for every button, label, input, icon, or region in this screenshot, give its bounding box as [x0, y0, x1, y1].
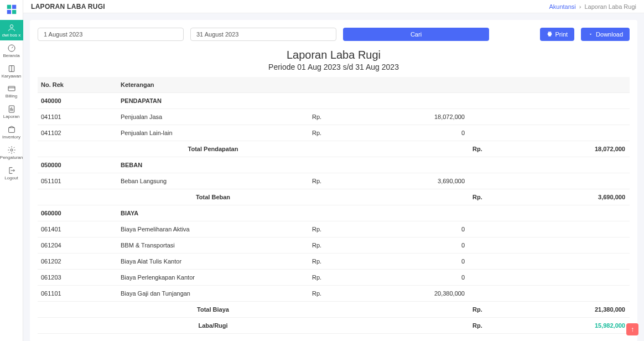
- download-button[interactable]: Download: [581, 28, 630, 41]
- download-label: Download: [596, 31, 623, 38]
- sidebar-item-user[interactable]: dwi bos x: [0, 20, 23, 40]
- table-total-row: Total BiayaRp.21,380,000: [38, 302, 630, 318]
- header-keterangan: Keterangan: [117, 77, 309, 93]
- scroll-top-button[interactable]: ↑: [626, 323, 638, 335]
- svg-rect-13: [549, 34, 552, 36]
- sidebar-item-label: Inventory: [2, 135, 20, 140]
- print-label: Print: [555, 31, 568, 38]
- report-header: Laporan Laba Rugi Periode 01 Aug 2023 s/…: [38, 49, 630, 71]
- topbar: LAPORAN LABA RUGI Akuntansi › Laporan La…: [23, 0, 644, 13]
- table-row: 051101Beban LangsungRp.3,690,000: [38, 173, 630, 189]
- table-section-row: 050000BEBAN: [38, 157, 630, 173]
- date-to-input[interactable]: [190, 28, 336, 41]
- table-total-row: Total BebanRp.3,690,000: [38, 189, 630, 205]
- sidebar: dwi bos x Beranda Karyawan Billing Lapor…: [0, 0, 23, 341]
- svg-rect-7: [8, 86, 15, 91]
- print-icon: [547, 31, 553, 38]
- sidebar-item-label: dwi bos x: [2, 33, 20, 38]
- svg-rect-3: [12, 10, 15, 14]
- sidebar-item-billing[interactable]: Billing: [0, 81, 23, 101]
- report-title: Laporan Laba Rugi: [38, 49, 630, 61]
- page-title: LAPORAN LABA RUGI: [31, 3, 105, 11]
- svg-rect-1: [12, 5, 15, 9]
- book-icon: [7, 64, 16, 73]
- sidebar-item-inventory[interactable]: Inventory: [0, 122, 23, 142]
- download-icon: [588, 31, 594, 38]
- box-icon: [7, 125, 16, 134]
- report-icon: [7, 105, 16, 113]
- sidebar-item-karyawan[interactable]: Karyawan: [0, 61, 23, 81]
- sidebar-item-logout[interactable]: Logout: [0, 163, 23, 183]
- sidebar-item-label: Billing: [6, 94, 17, 99]
- table-section-row: 060000BIAYA: [38, 205, 630, 221]
- sidebar-item-label: Beranda: [3, 54, 19, 59]
- table-row: 061202Biaya Alat Tulis KantorRp.0: [38, 254, 630, 270]
- card-icon: [7, 84, 16, 93]
- report-table: No. Rek Keterangan 040000PENDAPATAN04110…: [38, 77, 630, 334]
- sidebar-item-label: Logout: [4, 176, 18, 181]
- breadcrumb-parent[interactable]: Akuntansi: [549, 3, 575, 10]
- breadcrumb-current: Laporan Laba Rugi: [584, 3, 636, 10]
- search-button[interactable]: Cari: [343, 28, 489, 41]
- filter-toolbar: Cari Print Download: [38, 28, 630, 41]
- logout-icon: [7, 166, 16, 175]
- print-button[interactable]: Print: [540, 28, 574, 41]
- table-row: 061204BBM & TransportasiRp.0: [38, 237, 630, 254]
- app-logo: [6, 3, 18, 16]
- sidebar-item-label: Laporan: [3, 115, 19, 120]
- table-row: 061101Biaya Gaji dan TunjanganRp.20,380,…: [38, 286, 630, 302]
- gear-icon: [7, 146, 16, 154]
- table-row: 041101Penjualan JasaRp.18,072,000: [38, 109, 630, 125]
- sidebar-item-laporan[interactable]: Laporan: [0, 101, 23, 122]
- svg-rect-2: [7, 10, 11, 14]
- chevron-right-icon: ›: [579, 3, 581, 10]
- table-header-row: No. Rek Keterangan: [38, 77, 630, 93]
- user-icon: [7, 23, 16, 32]
- table-row: 061203Biaya Perlengkapan KantorRp.0: [38, 270, 630, 286]
- profit-row: Laba/RugiRp.15,982,000: [38, 318, 630, 334]
- sidebar-item-pengaturan[interactable]: Pengaturan: [0, 142, 23, 163]
- date-from-input[interactable]: [38, 28, 184, 41]
- header-no-rek: No. Rek: [38, 77, 117, 93]
- svg-rect-0: [7, 5, 11, 9]
- arrow-up-icon: ↑: [631, 326, 634, 333]
- svg-rect-11: [548, 32, 552, 33]
- svg-point-10: [11, 149, 13, 151]
- sidebar-item-beranda[interactable]: Beranda: [0, 40, 23, 61]
- table-total-row: Total PendapatanRp.18,072,000: [38, 141, 630, 157]
- breadcrumb: Akuntansi › Laporan Laba Rugi: [549, 3, 636, 10]
- svg-point-4: [10, 25, 13, 28]
- sidebar-item-label: Karyawan: [2, 74, 22, 79]
- report-period: Periode 01 Aug 2023 s/d 31 Aug 2023: [38, 63, 630, 71]
- table-row: 061401Biaya Pemeliharan AktivaRp.0: [38, 221, 630, 237]
- sidebar-item-label: Pengaturan: [0, 156, 23, 161]
- table-section-row: 040000PENDAPATAN: [38, 93, 630, 109]
- table-row: 041102Penjualan Lain-lainRp.0: [38, 125, 630, 141]
- svg-rect-9: [8, 128, 14, 133]
- content-area: Cari Print Download Laporan Laba Rugi Pe…: [23, 13, 644, 341]
- dashboard-icon: [7, 44, 16, 53]
- report-card: Cari Print Download Laporan Laba Rugi Pe…: [30, 20, 637, 341]
